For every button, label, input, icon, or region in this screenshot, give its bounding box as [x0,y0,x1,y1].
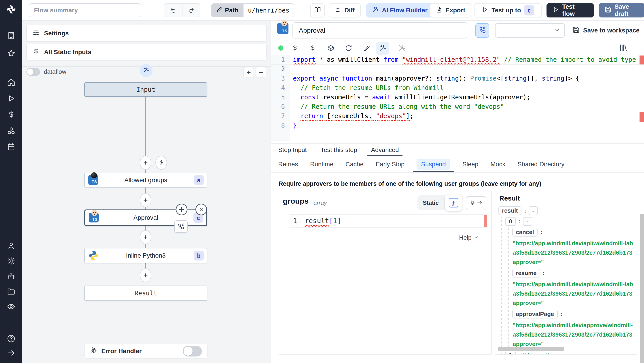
docs-button[interactable] [310,3,325,18]
groups-field-name: groups [283,197,308,205]
expression-error-bar [484,215,487,227]
step-name-input[interactable] [292,22,467,39]
sidebar-item-eye[interactable] [7,302,16,311]
editor-tool-wand-sparkles-button[interactable] [376,42,389,55]
error-handler-toggle[interactable] [183,346,202,356]
flow-settings-button[interactable]: Settings [26,25,266,42]
sidebar-item-play[interactable] [7,94,16,103]
insert-step-button[interactable] [140,268,152,282]
all-static-inputs-button[interactable]: All Static Inputs [26,44,266,61]
line-number: 3 [271,74,285,83]
insert-step-button[interactable] [140,156,152,170]
subtab-suspend[interactable]: Suspend [416,156,450,172]
windmill-logo-icon[interactable] [6,4,16,15]
subtab-retries[interactable]: Retries [278,156,298,172]
delete-step-button[interactable] [196,204,207,215]
subtab-label: Suspend [416,159,450,170]
sidebar-item-arrow-right[interactable] [7,349,16,357]
suspend-step-indicator[interactable] [174,220,188,233]
test-up-to-button[interactable]: Test up to c [474,3,542,18]
sidebar-item-home[interactable] [7,78,16,87]
plug-icon [470,200,476,207]
graph-input-node[interactable]: Input [84,82,207,97]
save-draft-button[interactable]: Save draft [599,3,644,18]
result-horizontal-scrollbar[interactable] [498,347,564,351]
test-flow-button[interactable]: Test flow [546,3,594,18]
step-tabs: Step InputTest this stepAdvanced [271,143,644,156]
editor-tool-package-button[interactable] [324,42,337,55]
error-handler-label: Error Handler [101,347,142,355]
tab-test-this-step[interactable]: Test this step [321,144,357,156]
ai-flow-builder-button[interactable]: AI Flow Builder [366,3,433,18]
graph-step-node-a[interactable]: TSAllowed groupsa [84,173,207,188]
graph-step-node-c[interactable]: TSApprovalc [84,209,207,226]
library-icon[interactable] [619,44,629,53]
tab-step-input[interactable]: Step Input [278,144,307,156]
editor-tool-wand-off-button[interactable] [395,42,408,55]
code-editor[interactable]: 1import * as wmillClient from "windmill-… [271,55,644,141]
result-key-chip[interactable]: cancel [512,228,538,237]
subtab-early-stop[interactable]: Early Stop [376,156,404,172]
subtab-sleep[interactable]: Sleep [462,156,478,172]
result-collapse-chip[interactable]: - [528,206,538,215]
add-trigger-button[interactable] [156,156,167,170]
result-key-chip[interactable]: resume [512,269,540,277]
move-step-button[interactable] [176,204,188,215]
redo-button[interactable] [182,4,200,17]
sidebar-item-help-circle[interactable] [7,334,16,343]
code-line: 8} [271,121,644,130]
insert-step-button[interactable] [140,193,152,207]
sidebar-item-bot[interactable] [7,272,16,280]
code-line: 4 // Fetch the resume URLs from Windmill [271,83,644,93]
page-vertical-scrollbar[interactable] [640,214,644,363]
insert-step-button[interactable] [140,230,152,244]
step-node-label: Allowed groups [85,177,207,184]
sidebar-item-building[interactable] [7,31,16,40]
connect-input-button[interactable] [466,196,486,210]
save-draft-label: Save draft [614,3,639,18]
subtab-cache[interactable]: Cache [346,156,364,172]
workspace-script-select[interactable] [495,23,565,38]
result-key-chip[interactable]: result [498,206,522,215]
editor-tool-brush-button[interactable] [360,42,373,55]
sidebar-item-star[interactable] [7,49,16,58]
sidebar-item-calendar[interactable] [7,143,16,151]
error-handler-row[interactable]: Error Handler [84,344,208,358]
path-value[interactable]: u/henri/bes [244,4,294,17]
groups-expression-editor[interactable]: 1 result[1] [289,214,487,228]
sidebar-item-settings[interactable] [7,257,16,265]
subtab-runtime[interactable]: Runtime [310,156,334,172]
tab-advanced[interactable]: Advanced [371,144,399,156]
undo-button[interactable] [164,4,182,17]
diff-button[interactable]: Diff [329,3,361,18]
subtab-mock[interactable]: Mock [490,156,505,172]
result-key-chip[interactable]: 1 [505,351,516,354]
sidebar-item-dollar[interactable] [7,111,16,119]
sidebar-item-folder[interactable] [7,287,16,296]
result-collapse-chip[interactable]: - [523,217,532,226]
save-to-workspace-button[interactable]: Save to workspace [572,25,640,36]
suspend-phone-button[interactable] [476,23,489,38]
sidebar-item-user[interactable] [7,241,16,250]
sidebar-item-boxes[interactable] [7,127,16,135]
undo-redo-group [164,3,200,17]
function-mode-button[interactable]: ƒ [445,194,462,211]
result-tree-row: cancel: [512,228,632,237]
editor-tool-rotate-cw-button[interactable] [342,42,355,55]
phone-incoming-icon [479,27,486,35]
help-label: Help [459,234,472,241]
subtab-label: Cache [346,161,364,168]
subtab-shared-directory[interactable]: Shared Directory [518,156,564,172]
flow-summary-input[interactable] [28,3,141,17]
graph-step-node-b[interactable]: Inline Python3b [84,248,207,263]
path-button[interactable]: Path [212,4,244,17]
editor-tool-dollar-button[interactable] [288,42,302,55]
graph-result-node[interactable]: Result [84,285,207,301]
result-key-chip[interactable]: 0 [505,217,516,226]
editor-tool-dollar-button[interactable] [306,42,319,55]
diff-icon [334,6,341,15]
export-button[interactable]: Export [430,3,471,18]
help-toggle[interactable]: Help [459,234,479,241]
result-tree-level: 0:-cancel:"https://app.windmill.dev/api/… [501,217,632,354]
result-key-chip[interactable]: approvalPage [512,310,558,318]
